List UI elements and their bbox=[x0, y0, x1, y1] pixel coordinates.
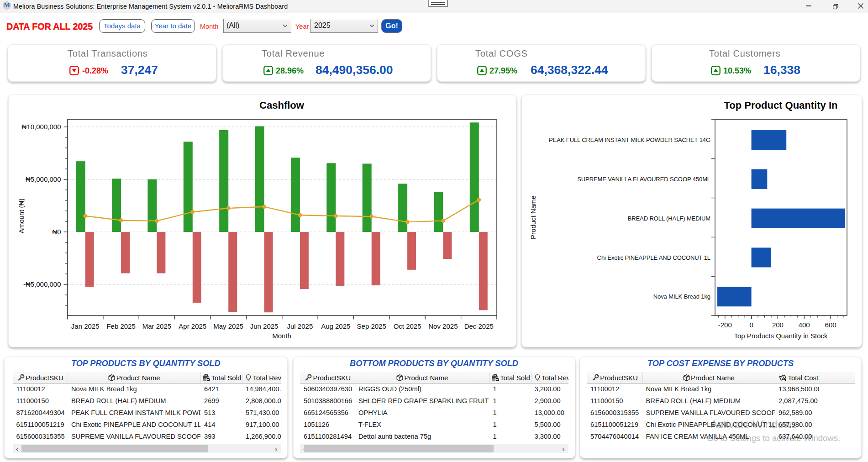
svg-text:0: 0 bbox=[749, 321, 753, 329]
svg-text:₦10,000,000: ₦10,000,000 bbox=[22, 123, 61, 131]
svg-text:May 2025: May 2025 bbox=[213, 322, 243, 330]
svg-text:Feb 2025: Feb 2025 bbox=[106, 322, 135, 330]
svg-text:Apr 2025: Apr 2025 bbox=[179, 322, 206, 330]
svg-text:Month: Month bbox=[272, 332, 291, 340]
svg-text:Amount (₦): Amount (₦) bbox=[17, 199, 25, 234]
svg-text:Cashflow: Cashflow bbox=[259, 100, 305, 111]
svg-text:Top Product Quantity In: Top Product Quantity In bbox=[724, 100, 838, 111]
svg-text:Oct 2025: Oct 2025 bbox=[394, 322, 421, 330]
svg-text:600: 600 bbox=[825, 321, 836, 329]
svg-text:Top Products Quantity in Stock: Top Products Quantity in Stock bbox=[734, 332, 828, 340]
svg-text:-200: -200 bbox=[718, 321, 732, 329]
svg-text:₦0: ₦0 bbox=[52, 228, 61, 236]
svg-text:Aug 2025: Aug 2025 bbox=[321, 322, 350, 330]
svg-text:Jul 2025: Jul 2025 bbox=[287, 322, 313, 330]
svg-text:BREAD ROLL (HALF) MEDIUM: BREAD ROLL (HALF) MEDIUM bbox=[628, 215, 710, 222]
svg-text:PEAK FULL CREAM INSTANT MILK P: PEAK FULL CREAM INSTANT MILK POWDER SACH… bbox=[549, 136, 710, 143]
svg-text:-₦5,000,000: -₦5,000,000 bbox=[23, 280, 61, 288]
svg-text:Nov 2025: Nov 2025 bbox=[428, 322, 458, 330]
svg-text:Nova MILK Bread 1kg: Nova MILK Bread 1kg bbox=[653, 293, 710, 300]
svg-text:M: M bbox=[4, 1, 10, 9]
svg-text:Product Name: Product Name bbox=[529, 195, 537, 239]
svg-text:Chi Exotic PINEAPPLE AND COCON: Chi Exotic PINEAPPLE AND COCONUT 1L bbox=[597, 254, 710, 261]
svg-text:200: 200 bbox=[772, 321, 784, 329]
svg-text:Dec 2025: Dec 2025 bbox=[464, 322, 494, 330]
svg-text:Jan 2025: Jan 2025 bbox=[71, 322, 100, 330]
svg-text:₦5,000,000: ₦5,000,000 bbox=[26, 175, 61, 183]
svg-text:400: 400 bbox=[799, 321, 810, 329]
svg-text:Sep 2025: Sep 2025 bbox=[357, 322, 386, 330]
svg-text:Jun 2025: Jun 2025 bbox=[250, 322, 279, 330]
svg-text:Mar 2025: Mar 2025 bbox=[142, 322, 171, 330]
svg-text:SUPREME VANILLA FLAVOURED SCOO: SUPREME VANILLA FLAVOURED SCOOP 450ML bbox=[577, 176, 710, 183]
